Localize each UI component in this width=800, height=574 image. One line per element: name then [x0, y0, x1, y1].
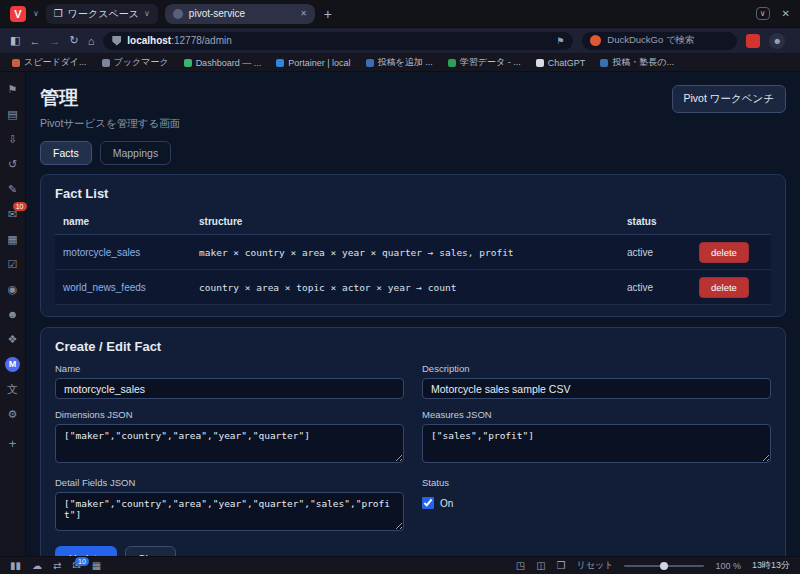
bookmark-label: Portainer | local: [288, 58, 350, 68]
window-close-button[interactable]: ✕: [782, 8, 790, 19]
url-path: :12778/admin: [171, 35, 232, 46]
fact-name-link[interactable]: motorcycle_sales: [63, 247, 193, 258]
fact-list-card: Fact List name structure status motorcyc…: [40, 174, 786, 317]
back-button[interactable]: ←: [29, 35, 40, 47]
status-checkbox[interactable]: [422, 497, 434, 509]
window-restore-button[interactable]: ∨: [756, 7, 770, 20]
panel-add[interactable]: +: [5, 435, 21, 451]
browser-tab-pivot-service[interactable]: pivot-service ✕: [165, 4, 315, 24]
panel-settings[interactable]: ⚙: [5, 406, 21, 422]
panel-translate[interactable]: 文: [5, 381, 21, 397]
panel-feeds[interactable]: ◉: [5, 281, 21, 297]
zoom-slider-knob[interactable]: [660, 562, 668, 570]
zoom-reset-button[interactable]: リセット: [577, 559, 614, 572]
status-bar-right: ◳ ◫ ❒ リセット 100 % 13時13分: [516, 559, 790, 572]
tab-close-icon[interactable]: ✕: [300, 9, 307, 18]
update-button[interactable]: Update: [55, 546, 117, 556]
downloads-icon: ⇩: [8, 133, 17, 146]
tab-mappings[interactable]: Mappings: [100, 141, 172, 165]
vivaldi-logo-icon[interactable]: V: [10, 6, 26, 22]
measures-json-textarea[interactable]: ["sales","profit"]: [422, 424, 771, 463]
mail-status-icon[interactable]: ✉ 10: [72, 560, 80, 571]
bookmark-item-training-data[interactable]: 学習データ - ...: [448, 56, 521, 69]
extension-icon[interactable]: [746, 34, 760, 48]
browser-menu-chevron-icon[interactable]: ∨: [33, 9, 39, 18]
site-info-shield-icon[interactable]: [112, 36, 121, 46]
address-toolbar: ◧ ← → ↻ ⌂ localhost:12778/admin ⚑ DuckDu…: [0, 28, 800, 54]
bookmark-favicon-icon: [276, 59, 284, 67]
bookmark-label: 投稿・塾長の...: [612, 56, 674, 69]
status-bar: ▮▮ ☁ ⇄ ✉ 10 ▦ ◳ ◫ ❒ リセット 100 % 13時13分: [0, 556, 800, 574]
dimensions-json-label: Dimensions JSON: [55, 409, 404, 420]
bookmark-label: スピードダイ...: [24, 56, 87, 69]
delete-button[interactable]: delete: [699, 277, 749, 298]
panel-tasks[interactable]: ☑: [5, 256, 21, 272]
home-button[interactable]: ⌂: [88, 35, 95, 47]
reload-button[interactable]: ↻: [69, 34, 78, 47]
panel-calendar[interactable]: ▦: [5, 231, 21, 247]
panel-notes[interactable]: ✎: [5, 181, 21, 197]
sync-icon[interactable]: ⇄: [53, 560, 61, 571]
panel-toggle-icon[interactable]: ◧: [10, 34, 20, 47]
bookmark-favicon-icon: [102, 59, 110, 67]
dimensions-json-textarea[interactable]: ["maker","country","area","year","quarte…: [55, 424, 404, 463]
bookmark-item-portainer[interactable]: Portainer | local: [276, 58, 350, 68]
bookmark-label: ブックマーク: [114, 56, 169, 69]
profile-avatar[interactable]: ☻: [769, 33, 785, 49]
panel-mastodon[interactable]: M: [5, 356, 21, 372]
panel-mail[interactable]: ✉ 10: [5, 206, 21, 222]
pivot-workbench-button[interactable]: Pivot ワークベンチ: [672, 85, 787, 113]
panel-reading-list[interactable]: ▤: [5, 106, 21, 122]
bookmark-label: ChatGPT: [548, 58, 586, 68]
form-actions: Update Clear: [55, 546, 771, 556]
name-input[interactable]: [55, 378, 404, 399]
column-name: name: [63, 216, 193, 227]
panel-downloads[interactable]: ⇩: [5, 131, 21, 147]
column-status: status: [627, 216, 693, 227]
bookmark-item-bookmarks[interactable]: ブックマーク: [102, 56, 169, 69]
tile-icon[interactable]: ◫: [536, 560, 545, 571]
bookmark-item-dashboard[interactable]: Dashboard — ...: [184, 58, 262, 68]
browser-body: ⚑ ▤ ⇩ ↺ ✎ ✉ 10 ▦ ☑ ◉ ☻ ❖ M 文 ⚙ + 管理 Piv: [0, 72, 800, 556]
zoom-slider[interactable]: [624, 565, 704, 567]
column-structure: structure: [199, 216, 621, 227]
fact-structure: maker × country × area × year × quarter …: [199, 247, 621, 258]
bookmark-favicon-icon: [184, 59, 192, 67]
new-tab-button[interactable]: +: [324, 6, 332, 22]
fact-name-link[interactable]: world_news_feeds: [63, 282, 193, 293]
bookmark-item-speed-dial[interactable]: スピードダイ...: [12, 56, 87, 69]
mail-status-badge: 10: [75, 557, 89, 566]
capture-icon[interactable]: ◳: [516, 560, 525, 571]
description-input[interactable]: [422, 378, 771, 399]
zoom-value: 100 %: [715, 561, 741, 571]
search-field[interactable]: DuckDuckGo で検索: [582, 32, 737, 50]
panel-history[interactable]: ↺: [5, 156, 21, 172]
admin-page: 管理 Pivotサービスを管理する画面 Pivot ワークベンチ Facts M…: [26, 72, 800, 556]
page-title: 管理: [40, 85, 180, 111]
workspace-selector[interactable]: ❐ ワークスペース ∨: [46, 4, 158, 24]
bookmark-item-posts[interactable]: 投稿・塾長の...: [600, 56, 674, 69]
fullscreen-icon[interactable]: ❒: [557, 560, 566, 571]
translate-icon: 文: [7, 382, 18, 397]
panel-contacts[interactable]: ☻: [5, 306, 21, 322]
fact-list-title: Fact List: [55, 186, 771, 201]
cloud-icon[interactable]: ☁: [32, 560, 42, 571]
tab-facts[interactable]: Facts: [40, 141, 92, 165]
panel-chat[interactable]: ❖: [5, 331, 21, 347]
address-bar[interactable]: localhost:12778/admin ⚑: [103, 32, 573, 50]
bookmark-item-add-post[interactable]: 投稿を追加 ...: [366, 56, 433, 69]
clear-button[interactable]: Clear: [125, 546, 176, 556]
bookmark-flag-icon[interactable]: ⚑: [556, 36, 564, 46]
calendar-status-icon[interactable]: ▦: [92, 560, 101, 571]
bookmark-favicon-icon: [600, 59, 608, 67]
delete-button[interactable]: delete: [699, 242, 749, 263]
panel-bookmarks[interactable]: ⚑: [5, 81, 21, 97]
history-icon: ↺: [8, 158, 17, 171]
forward-button[interactable]: →: [49, 35, 60, 47]
bookmark-item-chatgpt[interactable]: ChatGPT: [536, 58, 586, 68]
detail-fields-json-textarea[interactable]: ["maker","country","area","year","quarte…: [55, 492, 404, 531]
images-toggle-icon[interactable]: ▮▮: [10, 560, 21, 571]
chat-icon: ❖: [8, 333, 18, 346]
feeds-icon: ◉: [8, 283, 18, 296]
duckduckgo-icon: [590, 35, 601, 46]
